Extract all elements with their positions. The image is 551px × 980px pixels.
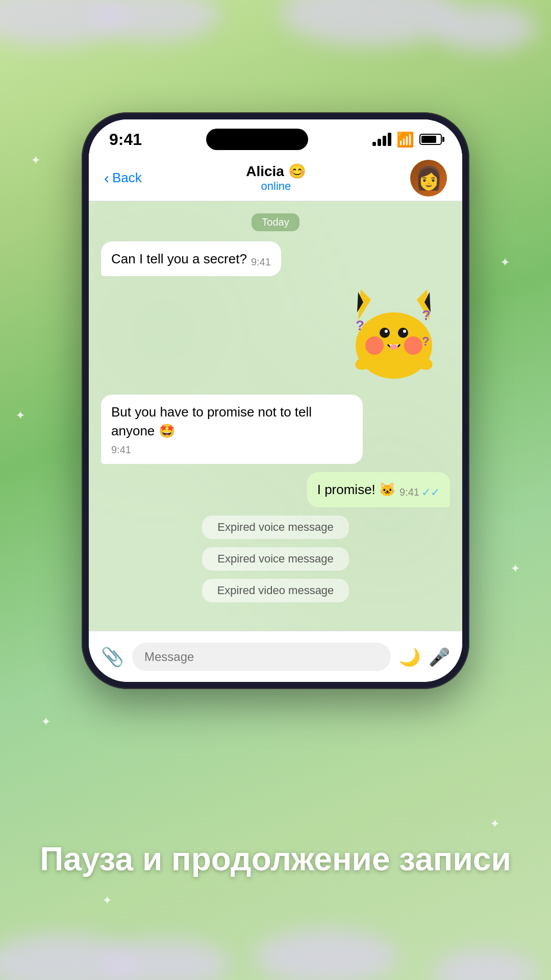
svg-point-11 (403, 330, 406, 333)
nav-center: Alicia 😊 online (142, 163, 410, 193)
phone-screen: 9:41 📶 ‹ Back Alic (89, 119, 462, 682)
avatar-image: 👩 (415, 167, 443, 189)
double-check-icon: ✓✓ (421, 486, 440, 499)
expired-voice-message: Expired voice message (202, 516, 348, 539)
svg-point-8 (380, 328, 390, 338)
message-time: 9:41 (251, 256, 271, 268)
chat-bubble-outgoing: I promise! 🐱 9:41 ✓✓ (307, 472, 450, 507)
svg-point-12 (390, 345, 398, 350)
phone-frame: 9:41 📶 ‹ Back Alic (82, 112, 469, 689)
cloud-decoration (92, 0, 219, 41)
expired-message-text: Expired video message (217, 584, 334, 597)
clouds-bottom-decoration (0, 898, 551, 980)
message-row: Can I tell you a secret? 9:41 (101, 241, 450, 276)
sticker-button[interactable]: 🌙 (399, 647, 420, 667)
bottom-text-area: Пауза и продолжение записи (0, 840, 551, 878)
message-text: I promise! 🐱 (317, 480, 395, 499)
wifi-icon: 📶 (396, 131, 414, 148)
message-time: 9:41 ✓✓ (399, 486, 440, 499)
avatar[interactable]: 👩 (410, 160, 447, 197)
chat-bubble-incoming: But you have to promise not to tell anyo… (101, 395, 363, 464)
message-text: But you have to promise not to tell anyo… (111, 403, 353, 440)
back-button[interactable]: ‹ Back (104, 170, 142, 186)
input-bar: 📎 🌙 🎤 (89, 631, 462, 682)
expired-message-row: Expired voice message (101, 547, 450, 571)
microphone-button[interactable]: 🎤 (429, 647, 450, 667)
sparkle-icon: ✦ (102, 893, 112, 908)
sparkle-icon: ✦ (510, 561, 520, 576)
expired-message-text: Expired voice message (217, 552, 333, 565)
sparkle-icon: ✦ (500, 255, 510, 270)
expired-video-message: Expired video message (202, 579, 349, 602)
svg-text:?: ? (356, 317, 364, 333)
date-badge: Today (252, 213, 299, 231)
signal-bars-icon (372, 133, 391, 146)
cloud-decoration (0, 934, 138, 980)
svg-point-6 (365, 336, 384, 355)
sticker-area: ? ? ? (101, 284, 450, 386)
battery-icon (419, 134, 442, 145)
status-bar: 9:41 📶 (89, 119, 462, 155)
cloud-decoration (434, 949, 536, 980)
cloud-decoration (434, 5, 536, 51)
bottom-text-label: Пауза и продолжение записи (40, 841, 511, 877)
svg-point-9 (398, 328, 408, 338)
expired-message-row: Expired voice message (101, 516, 450, 539)
svg-point-7 (404, 336, 422, 355)
attach-button[interactable]: 📎 (101, 646, 124, 668)
status-time: 9:41 (109, 130, 142, 149)
message-input[interactable] (132, 643, 391, 671)
message-row: But you have to promise not to tell anyo… (101, 395, 450, 464)
expired-message-text: Expired voice message (217, 521, 333, 533)
expired-voice-message: Expired voice message (202, 547, 348, 571)
back-chevron-icon: ‹ (104, 170, 109, 186)
message-time: 9:41 (111, 444, 131, 456)
message-text: Can I tell you a secret? (111, 250, 247, 268)
svg-text:?: ? (422, 307, 431, 323)
contact-status: online (261, 180, 291, 193)
expired-message-row: Expired video message (101, 579, 450, 602)
chat-area: Today Can I tell you a secret? 9:41 (89, 201, 462, 631)
dynamic-island (206, 129, 308, 150)
pikachu-sticker: ? ? ? (343, 284, 445, 386)
cloud-decoration (0, 0, 128, 46)
sparkle-icon: ✦ (41, 715, 51, 729)
contact-name: Alicia 😊 (246, 163, 306, 180)
date-label: Today (101, 213, 450, 231)
sparkle-icon: ✦ (490, 817, 500, 831)
sparkle-icon: ✦ (15, 408, 26, 423)
back-button-label: Back (112, 170, 142, 186)
navigation-bar: ‹ Back Alicia 😊 online 👩 (89, 155, 462, 201)
svg-point-10 (385, 330, 388, 333)
message-row: I promise! 🐱 9:41 ✓✓ (101, 472, 450, 507)
chat-bubble-incoming: Can I tell you a secret? 9:41 (101, 241, 281, 276)
svg-text:?: ? (422, 334, 430, 348)
sparkle-icon: ✦ (31, 153, 41, 167)
cloud-decoration (281, 0, 459, 46)
cloud-decoration (102, 939, 230, 980)
clouds-top-decoration (0, 0, 551, 82)
status-icons: 📶 (372, 131, 442, 148)
cloud-decoration (255, 929, 398, 980)
